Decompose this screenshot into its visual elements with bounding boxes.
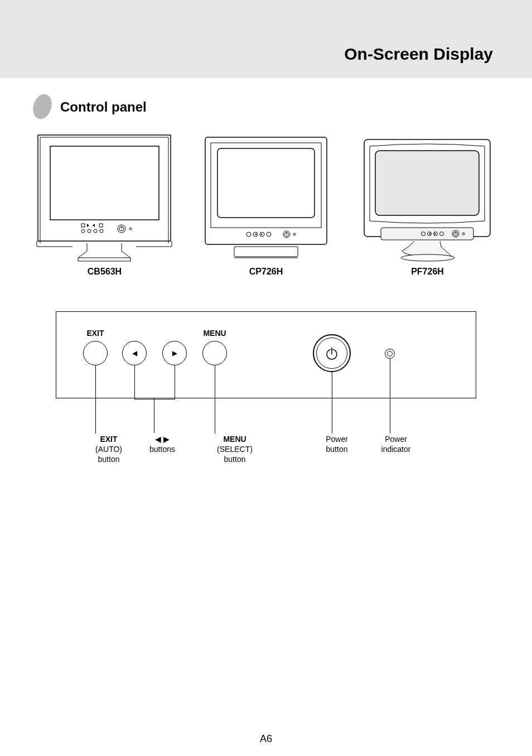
control-panel-diagram: EXIT MENU ◀ ▶ bbox=[56, 311, 476, 398]
svg-marker-3 bbox=[87, 224, 89, 227]
svg-point-7 bbox=[88, 229, 91, 233]
leader-line bbox=[95, 365, 96, 434]
callout-menu: MENU (SELECT) button bbox=[199, 434, 271, 465]
crt-monitor-icon bbox=[356, 132, 499, 263]
exit-button-icon bbox=[83, 341, 108, 365]
menu-button-icon bbox=[202, 341, 227, 365]
menu-top-label: MENU bbox=[200, 329, 229, 338]
section-title: Control panel bbox=[60, 99, 147, 115]
left-arrow-button-icon: ◀ bbox=[122, 341, 147, 365]
svg-point-13 bbox=[129, 228, 132, 230]
crt-monitor-icon bbox=[195, 132, 337, 263]
callout-exit: EXIT (AUTO) button bbox=[78, 434, 139, 465]
page-number: A6 bbox=[0, 733, 532, 745]
svg-rect-0 bbox=[38, 135, 171, 241]
svg-rect-30 bbox=[234, 247, 298, 257]
svg-rect-19 bbox=[217, 148, 315, 218]
svg-rect-18 bbox=[211, 143, 321, 228]
header-title: On-Screen Display bbox=[344, 45, 493, 64]
right-arrow-button-icon: ▶ bbox=[162, 341, 187, 365]
power-icon bbox=[324, 345, 340, 361]
svg-marker-24 bbox=[261, 233, 263, 235]
control-panel-box: EXIT MENU ◀ ▶ bbox=[56, 311, 476, 398]
page: On-Screen Display Control panel bbox=[0, 0, 532, 756]
leader-line bbox=[175, 365, 175, 399]
header-band: On-Screen Display bbox=[0, 0, 532, 78]
svg-rect-5 bbox=[99, 224, 103, 227]
callout-led: Power indicator bbox=[368, 434, 424, 454]
monitor-illustration: CP726H bbox=[195, 132, 337, 282]
svg-point-6 bbox=[81, 229, 85, 233]
power-button-icon bbox=[313, 334, 351, 372]
svg-point-45 bbox=[401, 254, 454, 261]
monitor-label: PF726H bbox=[411, 267, 444, 277]
leader-line bbox=[154, 398, 154, 433]
leader-line bbox=[134, 399, 175, 399]
exit-top-label: EXIT bbox=[83, 329, 108, 338]
monitor-illustration: CB563H bbox=[33, 132, 176, 282]
monitor-illustration-row: CB563H CP72 bbox=[33, 132, 499, 282]
svg-point-9 bbox=[100, 229, 103, 233]
leader-line bbox=[332, 372, 332, 434]
svg-point-20 bbox=[246, 232, 251, 237]
leader-line bbox=[134, 365, 135, 399]
svg-marker-4 bbox=[93, 224, 95, 227]
svg-point-25 bbox=[267, 232, 271, 237]
monitor-illustration: PF726H bbox=[356, 132, 499, 282]
svg-marker-22 bbox=[255, 233, 257, 235]
leader-line bbox=[390, 359, 390, 434]
section-bullet-icon bbox=[30, 92, 55, 122]
power-led-icon bbox=[385, 349, 395, 359]
svg-rect-33 bbox=[375, 151, 479, 215]
svg-rect-1 bbox=[50, 146, 159, 220]
svg-point-8 bbox=[94, 229, 97, 233]
svg-rect-2 bbox=[81, 224, 85, 227]
leader-line bbox=[215, 365, 215, 434]
callout-power: Power button bbox=[309, 434, 365, 454]
monitor-label: CB563H bbox=[88, 267, 122, 277]
svg-rect-17 bbox=[205, 137, 327, 244]
crt-monitor-icon bbox=[33, 132, 176, 263]
svg-point-29 bbox=[293, 233, 296, 235]
monitor-label: CP726H bbox=[249, 267, 283, 277]
callout-direction: ◀ ▶ buttons bbox=[137, 434, 187, 454]
